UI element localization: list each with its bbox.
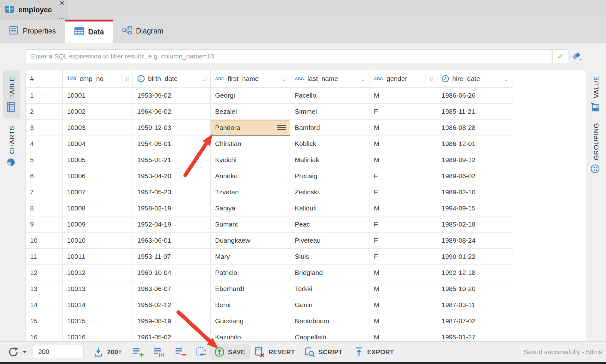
grid-cell[interactable]: Georgi xyxy=(211,88,290,103)
column-header-gender[interactable]: ABCgender↓↑ xyxy=(369,70,437,87)
grid-cell[interactable]: Nooteboom xyxy=(290,313,369,329)
column-header-emp_no[interactable]: 123emp_no↓↑ xyxy=(63,70,133,87)
grid-cell[interactable]: 1989-02-10 xyxy=(437,184,512,200)
close-icon[interactable]: × xyxy=(59,0,65,8)
grid-cell[interactable]: 1954-05-01 xyxy=(133,136,211,152)
grid-cell[interactable]: M xyxy=(369,120,437,136)
grid-cell[interactable]: Terkki xyxy=(290,281,369,297)
grid-cell[interactable]: F xyxy=(369,216,437,232)
grid-cell[interactable]: 10006 xyxy=(63,168,133,184)
column-header-first_name[interactable]: ABCfirst_name↓↑ xyxy=(211,70,290,87)
duplicate-row-button[interactable]: (+) xyxy=(154,348,165,357)
row-number-cell[interactable]: 5 xyxy=(26,152,63,168)
grid-cell[interactable]: 10016 xyxy=(63,329,133,341)
grid-cell[interactable]: 1963-06-07 xyxy=(133,281,211,297)
sort-icons[interactable]: ↓↑ xyxy=(125,76,130,82)
grid-cell[interactable]: 10011 xyxy=(63,249,133,264)
grid-cell[interactable]: F xyxy=(369,233,437,248)
rail-tab-value[interactable]: VALUE xyxy=(591,76,602,112)
grid-cell[interactable]: Preusig xyxy=(290,168,369,184)
grid-cell[interactable]: 1986-06-26 xyxy=(437,88,512,103)
grid-cell[interactable]: 1986-12-01 xyxy=(437,136,512,152)
row-number-cell[interactable]: 13 xyxy=(26,281,63,297)
grid-cell[interactable]: Bamford xyxy=(290,120,369,136)
row-number-cell[interactable]: 1 xyxy=(26,88,63,103)
sort-icons[interactable]: ↓↑ xyxy=(282,76,288,82)
row-number-cell[interactable]: 6 xyxy=(26,168,63,184)
export-button[interactable]: EXPORT xyxy=(354,347,394,357)
row-number-cell[interactable]: 7 xyxy=(26,184,63,200)
grid-cell[interactable]: 1952-04-19 xyxy=(133,216,211,232)
grid-cell[interactable]: Sluis xyxy=(290,249,369,264)
row-number-cell[interactable]: 12 xyxy=(26,265,63,281)
grid-cell[interactable]: 10005 xyxy=(63,152,133,168)
grid-cell[interactable]: 1995-01-27 xyxy=(437,329,512,341)
sort-icons[interactable]: ↓↑ xyxy=(504,76,510,82)
script-button[interactable]: SCRIPT xyxy=(304,346,343,358)
grid-cell[interactable]: 1986-08-28 xyxy=(437,120,512,136)
grid-cell[interactable]: 1987-03-11 xyxy=(437,297,512,313)
column-header-rownum[interactable]: # xyxy=(26,70,63,87)
grid-cell[interactable]: 1994-09-15 xyxy=(437,200,512,216)
grid-cell[interactable]: 1953-09-02 xyxy=(133,88,211,103)
grid-cell[interactable]: 1989-09-12 xyxy=(437,152,512,168)
grid-cell[interactable]: 1985-11-21 xyxy=(437,104,512,119)
grid-cell[interactable]: 1989-08-24 xyxy=(437,233,512,248)
tab-properties[interactable]: Properties xyxy=(0,20,65,43)
row-number-cell[interactable]: 11 xyxy=(26,249,63,264)
row-number-cell[interactable]: 15 xyxy=(26,313,63,329)
grid-cell[interactable]: Berni xyxy=(211,297,290,313)
grid-cell[interactable]: Tzvetan xyxy=(211,184,290,200)
row-number-cell[interactable]: 3 xyxy=(26,120,63,136)
grid-cell[interactable]: Patricio xyxy=(211,265,290,281)
grid-cell[interactable]: Zielinski xyxy=(290,184,369,200)
sql-filter-input[interactable] xyxy=(26,49,552,63)
grid-cell[interactable]: Sumant xyxy=(211,216,290,232)
grid-cell[interactable]: 1953-04-20 xyxy=(133,168,211,184)
tab-diagram[interactable]: Diagram xyxy=(113,20,173,43)
grid-cell[interactable]: 10014 xyxy=(63,297,133,313)
grid-cell[interactable]: 1960-10-04 xyxy=(133,265,211,281)
grid-cell[interactable]: F xyxy=(369,168,437,184)
grid-cell[interactable]: 1990-01-22 xyxy=(437,249,512,264)
grid-cell[interactable]: Maliniak xyxy=(290,152,369,168)
grid-cell[interactable]: 10002 xyxy=(63,104,133,119)
grid-cell[interactable]: Anneke xyxy=(211,168,290,184)
tab-overflow-icon[interactable]: ... xyxy=(59,13,65,20)
cell-menu-icon[interactable] xyxy=(277,125,286,130)
row-number-cell[interactable]: 10 xyxy=(26,233,63,248)
rail-tab-table[interactable]: TABLE xyxy=(3,70,21,118)
grid-cell[interactable]: 1985-02-18 xyxy=(437,216,512,232)
grid-cell[interactable]: 1953-11-07 xyxy=(133,249,211,264)
grid-cell[interactable]: M xyxy=(369,297,437,313)
grid-cell[interactable]: 1963-06-01 xyxy=(133,233,211,248)
grid-cell[interactable]: 1989-06-02 xyxy=(437,168,512,184)
sort-icons[interactable]: ↓↑ xyxy=(202,76,208,82)
grid-cell[interactable]: Eberhardt xyxy=(211,281,290,297)
grid-cell[interactable]: Kalloufi xyxy=(290,200,369,216)
rail-tab-charts[interactable]: CHARTS xyxy=(7,126,17,167)
grid-cell[interactable]: Kyoichi xyxy=(211,152,290,168)
grid-cell[interactable]: Cappelletti xyxy=(290,329,369,341)
fetch-more-button[interactable]: 200+ xyxy=(93,347,122,357)
revert-button[interactable]: REVERT xyxy=(254,346,295,358)
rail-tab-grouping[interactable]: GROUPING xyxy=(591,123,602,173)
edit-cell-button[interactable] xyxy=(196,347,206,357)
grid-cell[interactable]: 10001 xyxy=(63,88,133,103)
clear-filter-button[interactable] xyxy=(571,51,583,63)
grid-cell[interactable]: Duangkaew xyxy=(211,233,290,248)
grid-cell[interactable]: 1985-10-20 xyxy=(437,281,512,297)
grid-cell[interactable]: Koblick xyxy=(290,136,369,152)
add-row-button[interactable] xyxy=(133,348,144,357)
grid-cell[interactable]: F xyxy=(369,104,437,119)
grid-cell[interactable]: M xyxy=(369,329,437,341)
grid-cell[interactable]: 1992-12-18 xyxy=(437,265,512,281)
row-number-cell[interactable]: 9 xyxy=(26,216,63,232)
sort-icons[interactable]: ↓↑ xyxy=(361,76,367,82)
column-header-hire_date[interactable]: hire_date↓↑ xyxy=(437,70,512,87)
apply-filter-button[interactable]: ✓ xyxy=(553,49,568,63)
grid-cell[interactable]: Guoxiang xyxy=(211,313,290,329)
grid-cell[interactable]: Kazuhito xyxy=(211,329,290,341)
row-number-cell[interactable]: 8 xyxy=(26,200,63,216)
grid-cell[interactable]: M xyxy=(369,281,437,297)
